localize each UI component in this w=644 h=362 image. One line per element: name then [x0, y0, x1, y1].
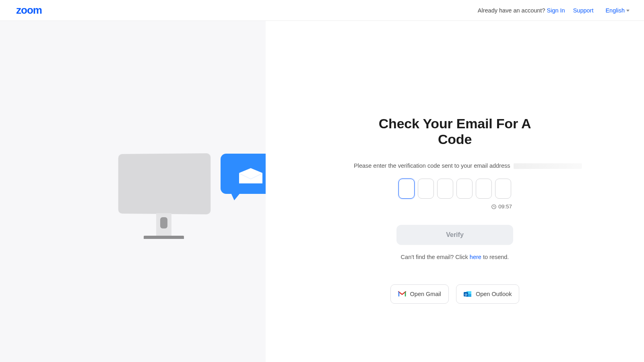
email-redacted [514, 163, 582, 169]
header: zoom Already have an account? Sign In Su… [0, 0, 644, 21]
open-outlook-label: Open Outlook [476, 291, 512, 297]
illustration [118, 154, 210, 239]
open-gmail-button[interactable]: Open Gmail [390, 284, 449, 304]
resend-prefix: Can't find the email? Click [401, 254, 470, 260]
resend-suffix: to resend. [481, 254, 509, 260]
instruction-label: Please enter the verification code sent … [354, 162, 510, 169]
code-digit-6[interactable] [495, 179, 511, 199]
outlook-icon: O [464, 291, 472, 297]
open-gmail-label: Open Gmail [410, 291, 441, 297]
svg-rect-4 [405, 292, 406, 296]
code-input-row [368, 179, 541, 199]
monitor-knob [160, 217, 167, 228]
header-right: Already have an account? Sign In Support… [478, 7, 630, 14]
email-openers: Open Gmail O Open Outlook [368, 284, 541, 304]
illustration-panel [0, 21, 266, 362]
support-link[interactable]: Support [573, 7, 594, 14]
open-outlook-button[interactable]: O Open Outlook [456, 284, 519, 304]
verify-button[interactable]: Verify [396, 225, 513, 245]
timer: 09:57 [398, 204, 512, 210]
main: Check Your Email For A Code Please enter… [0, 21, 644, 362]
monitor-base [144, 236, 184, 239]
instruction-text: Please enter the verification code sent … [354, 162, 527, 169]
verify-card: Check Your Email For A Code Please enter… [368, 116, 541, 362]
code-digit-4[interactable] [456, 179, 473, 199]
account-prompt-text: Already have an account? [478, 7, 545, 14]
code-digit-1[interactable] [398, 179, 415, 199]
code-digit-3[interactable] [437, 179, 453, 199]
chevron-down-icon [626, 10, 630, 12]
zoom-logo: zoom [16, 4, 42, 16]
language-selector[interactable]: English [605, 7, 630, 14]
timer-value: 09:57 [498, 204, 512, 210]
svg-marker-0 [239, 168, 262, 183]
form-panel: Check Your Email For A Code Please enter… [266, 21, 644, 362]
signin-link[interactable]: Sign In [547, 7, 565, 14]
language-label: English [605, 7, 625, 14]
envelope-icon [239, 168, 262, 183]
resend-link[interactable]: here [470, 254, 481, 260]
monitor-neck [156, 213, 171, 236]
gmail-icon [398, 291, 406, 297]
monitor-icon [118, 153, 211, 214]
account-prompt: Already have an account? Sign In [478, 7, 565, 14]
svg-text:O: O [464, 293, 467, 296]
svg-rect-3 [398, 292, 399, 296]
resend-text: Can't find the email? Click here to rese… [368, 254, 541, 260]
code-digit-2[interactable] [418, 179, 434, 199]
page-title: Check Your Email For A Code [368, 116, 541, 147]
clock-icon [491, 204, 497, 210]
code-digit-5[interactable] [476, 179, 492, 199]
